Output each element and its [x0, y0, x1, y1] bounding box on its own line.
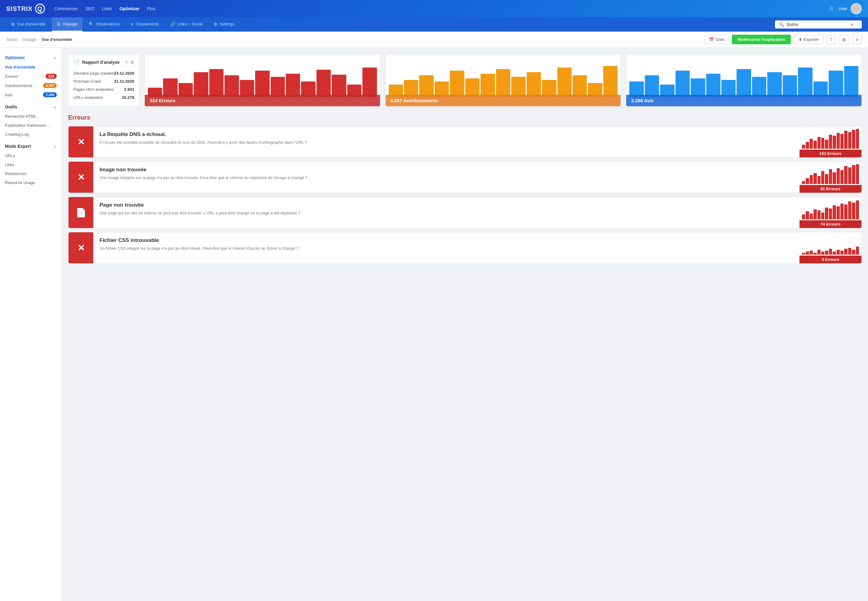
sidebar-item-avertissements[interactable]: Avertissements 4.357	[0, 81, 62, 90]
export-icon: ⬇	[799, 37, 802, 42]
error-chart-bar	[852, 250, 855, 255]
sidebar-item-crawling-log[interactable]: Crawling-Log	[0, 130, 62, 139]
error-chart-bar	[802, 181, 805, 184]
sidebar-item-erreurs[interactable]: Erreurs 324	[0, 72, 62, 81]
tab-vue-ensemble[interactable]: ⊞ Vue d'ensemble	[6, 17, 50, 32]
rapport-label-3: URLs analysées	[73, 95, 103, 100]
export-button[interactable]: ⬇ Exporter	[794, 35, 824, 44]
chart-bar	[828, 71, 843, 97]
tab-onpage[interactable]: ☰ Onpage	[52, 17, 82, 32]
user-label: User	[838, 6, 848, 11]
error-chart-bar	[848, 248, 851, 255]
error-chart-bar	[844, 166, 847, 184]
rapport-card: 📄 Rapport d'analyse ? ⚙ Dernière page cr…	[68, 54, 139, 107]
error-content-dns: La Requête DNS a échoué. Il n'a pas été …	[93, 127, 799, 157]
list-view-button[interactable]: ≡	[853, 35, 862, 44]
breadcrumb-sistrix[interactable]: Sistrix	[6, 37, 17, 42]
error-desc-page: Une page qui est liée en interne ne peut…	[99, 210, 793, 216]
error-chart-bar	[852, 203, 855, 219]
sidebar-avis-badge: 2.288	[43, 92, 57, 97]
error-chart-bar	[837, 206, 840, 219]
rapport-help-icon[interactable]: ?	[125, 60, 128, 65]
error-chart-bar	[810, 139, 813, 149]
nav-seo[interactable]: SEO	[85, 6, 95, 11]
sidebar-outils-header[interactable]: Outils ▲	[0, 102, 62, 112]
sidebar-crawling-log-label: Crawling-Log	[5, 132, 29, 137]
breadcrumb-onpage[interactable]: Onpage	[22, 37, 37, 42]
chart-erreurs[interactable]: 324 Erreurs	[144, 54, 381, 107]
sidebar-outils-section: Outils ▲ Recherche HTML Explorateur d'ad…	[0, 102, 62, 139]
sidebar-item-explorateur[interactable]: Explorateur d'adresses ...	[0, 121, 62, 130]
sidebar-erreurs-badge: 324	[46, 74, 57, 79]
chart-avis[interactable]: 2.288 Avis	[626, 54, 862, 107]
chart-bar	[419, 75, 433, 97]
restart-button[interactable]: Redémarrer l'exploration	[732, 35, 790, 44]
sidebar-item-ressources[interactable]: Ressources	[0, 169, 62, 178]
sidebar-item-avis[interactable]: Avis 2.288	[0, 90, 62, 99]
error-chart-bar	[848, 132, 851, 149]
rapport-row-3: URLs analysées 16.278	[73, 93, 134, 101]
sidebar-recherche-html-label: Recherche HTML	[5, 114, 37, 119]
sidebar-optimizer-header[interactable]: Optimizer ▲	[0, 53, 62, 63]
rapport-row-2: Pages Html analysées 2.841	[73, 85, 134, 93]
error-chart-bar	[825, 251, 828, 255]
chart-bar	[691, 78, 705, 97]
search-icon: 🔍	[779, 22, 784, 27]
tab-settings[interactable]: ⚙ Settings	[209, 17, 239, 32]
error-chart-bar	[802, 214, 805, 219]
export-label: Exporter	[804, 37, 819, 42]
sidebar-item-vue-ensemble[interactable]: Vue d'ensemble	[0, 63, 62, 72]
error-chart-bar	[833, 172, 836, 184]
error-desc-css: Un fichier CSS intégré sur la page n'a p…	[99, 246, 793, 252]
chart-bar	[480, 74, 495, 97]
grid-view-button[interactable]: ⊞	[839, 35, 850, 44]
search-input[interactable]	[787, 22, 848, 27]
chart-bar	[767, 72, 781, 97]
grid-icon[interactable]: ⠿	[829, 5, 833, 12]
logo[interactable]: SISTRIX Q	[6, 4, 45, 14]
sidebar-mode-expert-header[interactable]: Mode Expert ▲	[0, 141, 62, 151]
rapport-card-actions: ? ⚙	[125, 60, 134, 65]
chart-bar	[645, 75, 659, 97]
error-chart-bar	[840, 134, 844, 149]
sidebar-item-resource-usage[interactable]: Resource Usage	[0, 178, 62, 187]
sidebar-item-urls[interactable]: URLs	[0, 151, 62, 160]
search-bar: 🔍 ▾	[775, 20, 862, 29]
error-item-image[interactable]: ✕ Image non trouvée Une image intégrée s…	[68, 162, 862, 193]
nav-commencer[interactable]: Commencer	[54, 6, 78, 11]
error-chart-bar	[840, 251, 844, 255]
user-area: User	[838, 3, 862, 14]
nav-plus[interactable]: Plus	[147, 6, 155, 11]
error-chart-bar	[818, 250, 821, 255]
tab-links-social[interactable]: 🔗 Links + Social	[165, 17, 208, 32]
avatar[interactable]	[851, 3, 862, 14]
error-item-page[interactable]: 📄 Page non trouvée Une page qui est liée…	[68, 197, 862, 228]
date-button[interactable]: 📅 Date	[704, 35, 729, 44]
tab-classements[interactable]: ≡ Classements	[126, 17, 164, 32]
error-chart-bar	[837, 168, 840, 184]
chart-avertissements-label: 4.357 Avertissements	[386, 95, 621, 106]
sidebar-explorateur-label: Explorateur d'adresses ...	[5, 123, 50, 128]
rapport-value-2: 2.841	[124, 87, 134, 92]
sidebar-item-links[interactable]: Links	[0, 160, 62, 169]
search-dropdown-icon[interactable]: ▾	[851, 22, 853, 27]
rapport-settings-icon[interactable]: ⚙	[130, 60, 134, 65]
error-chart-css: 4 Erreurs	[799, 232, 862, 263]
error-item-css[interactable]: ✕ Fichier CSS introuvable Un fichier CSS…	[68, 232, 862, 264]
optimizer-chevron-icon: ▲	[53, 56, 57, 59]
error-item-dns[interactable]: ✕ La Requête DNS a échoué. Il n'a pas ét…	[68, 126, 862, 158]
error-chart-bar	[806, 142, 809, 149]
error-chart-bar	[844, 131, 847, 149]
nav-optimizer[interactable]: Optimizer	[119, 6, 139, 11]
chart-bar	[752, 77, 766, 97]
error-chart-bar	[802, 145, 805, 149]
error-chart-bar	[856, 247, 859, 255]
nav-links[interactable]: Links	[102, 6, 112, 11]
tab-observations[interactable]: 🔍 Observations	[84, 17, 125, 32]
chart-bar	[316, 70, 331, 97]
share-button[interactable]: ⤴	[827, 35, 836, 44]
chart-avertissements[interactable]: 4.357 Avertissements	[385, 54, 621, 107]
sidebar-item-recherche-html[interactable]: Recherche HTML	[0, 112, 62, 121]
error-chart-image: 91 Erreurs	[799, 162, 862, 193]
main-nav-links: Commencer SEO Links Optimizer Plus	[54, 6, 155, 11]
